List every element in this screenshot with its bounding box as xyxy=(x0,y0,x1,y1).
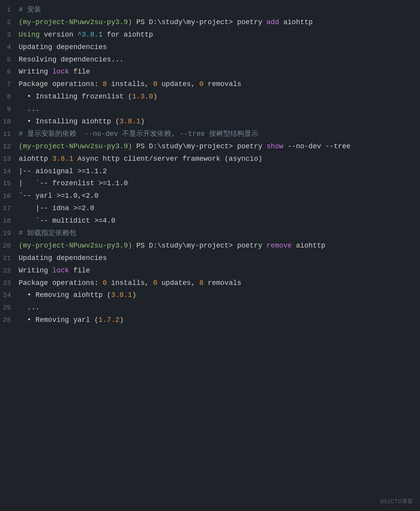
line-content: # 安装 xyxy=(19,5,420,16)
line-content: ... xyxy=(19,104,420,115)
line-content: |-- aiosignal >=1.1.2 xyxy=(19,166,420,177)
line-content: • Installing frozenlist (1.3.0) xyxy=(19,91,420,102)
line-number: 21 xyxy=(0,253,19,263)
code-line: 12(my-project-NPuwv2su-py3.9) PS D:\stud… xyxy=(0,140,420,153)
code-line: 22Writing lock file xyxy=(0,265,420,277)
line-number: 7 xyxy=(0,79,19,90)
code-line: 5Resolving dependencies... xyxy=(0,54,420,66)
line-number: 10 xyxy=(0,116,19,127)
line-number: 23 xyxy=(0,278,19,288)
line-content: Package operations: 8 installs, 0 update… xyxy=(19,79,420,90)
code-line: 2(my-project-NPuwv2su-py3.9) PS D:\study… xyxy=(0,16,420,29)
line-content: • Removing aiohttp (3.8.1) xyxy=(19,290,420,301)
code-line: 19# 卸载指定依赖包 xyxy=(0,227,420,240)
line-number: 20 xyxy=(0,241,19,251)
code-line: 21Updating dependencies xyxy=(0,252,420,265)
line-content: Using version ^3.8.1 for aiohttp xyxy=(19,30,420,40)
code-line: 1# 安装 xyxy=(0,4,420,16)
line-number: 6 xyxy=(0,67,19,77)
code-line: 4Updating dependencies xyxy=(0,41,420,54)
code-line: 9 ... xyxy=(0,103,420,116)
code-line: 25 ... xyxy=(0,302,420,314)
line-content: `-- multidict >=4.0 xyxy=(19,216,420,227)
code-line: 6Writing lock file xyxy=(0,66,420,78)
line-content: Resolving dependencies... xyxy=(19,54,420,65)
code-block: 1# 安装2(my-project-NPuwv2su-py3.9) PS D:\… xyxy=(0,0,420,330)
line-number: 17 xyxy=(0,203,19,214)
line-number: 18 xyxy=(0,216,19,226)
code-line: 17 |-- idna >=2.0 xyxy=(0,202,420,215)
code-line: 3Using version ^3.8.1 for aiohttp xyxy=(0,29,420,41)
line-number: 1 xyxy=(0,5,19,15)
line-number: 15 xyxy=(0,178,19,189)
code-line: 18 `-- multidict >=4.0 xyxy=(0,215,420,227)
line-content: Writing lock file xyxy=(19,67,420,77)
line-content: (my-project-NPuwv2su-py3.9) PS D:\study\… xyxy=(19,241,420,251)
line-number: 12 xyxy=(0,141,19,152)
code-line: 10 • Installing aiohttp (3.8.1) xyxy=(0,116,420,128)
line-number: 19 xyxy=(0,228,19,239)
line-content: Package operations: 0 installs, 0 update… xyxy=(19,278,420,289)
line-number: 24 xyxy=(0,290,19,300)
watermark: @51CTO博客 xyxy=(380,497,413,506)
line-number: 13 xyxy=(0,154,19,164)
code-line: 13aiohttp 3.8.1 Async http client/server… xyxy=(0,153,420,165)
line-content: • Removing yarl (1.7.2) xyxy=(19,315,420,326)
line-content: # 卸载指定依赖包 xyxy=(19,228,420,239)
code-line: 15| `-- frozenlist >=1.1.0 xyxy=(0,177,420,190)
line-content: Updating dependencies xyxy=(19,253,420,264)
line-content: | `-- frozenlist >=1.1.0 xyxy=(19,178,420,189)
line-number: 4 xyxy=(0,42,19,53)
line-content: |-- idna >=2.0 xyxy=(19,203,420,214)
code-line: 23Package operations: 0 installs, 0 upda… xyxy=(0,277,420,290)
code-line: 20(my-project-NPuwv2su-py3.9) PS D:\stud… xyxy=(0,240,420,252)
code-line: 8 • Installing frozenlist (1.3.0) xyxy=(0,91,420,103)
code-line: 26 • Removing yarl (1.7.2) xyxy=(0,314,420,327)
line-number: 2 xyxy=(0,17,19,28)
line-number: 25 xyxy=(0,302,19,313)
line-number: 5 xyxy=(0,54,19,65)
line-content: (my-project-NPuwv2su-py3.9) PS D:\study\… xyxy=(19,17,420,28)
line-number: 8 xyxy=(0,91,19,102)
line-number: 16 xyxy=(0,191,19,201)
code-line: 16`-- yarl >=1.0,<2.0 xyxy=(0,190,420,202)
line-number: 9 xyxy=(0,104,19,114)
code-line: 24 • Removing aiohttp (3.8.1) xyxy=(0,289,420,302)
line-number: 3 xyxy=(0,30,19,40)
code-line: 7Package operations: 8 installs, 0 updat… xyxy=(0,78,420,91)
line-content: # 显示安装的依赖 --no-dev 不显示开发依赖, --tree 按树型结构… xyxy=(19,129,420,140)
line-content: Updating dependencies xyxy=(19,42,420,53)
line-content: `-- yarl >=1.0,<2.0 xyxy=(19,191,420,202)
code-line: 11# 显示安装的依赖 --no-dev 不显示开发依赖, --tree 按树型… xyxy=(0,128,420,140)
line-number: 14 xyxy=(0,166,19,177)
code-line: 14|-- aiosignal >=1.1.2 xyxy=(0,165,420,178)
line-number: 26 xyxy=(0,315,19,325)
line-content: ... xyxy=(19,302,420,313)
line-content: aiohttp 3.8.1 Async http client/server f… xyxy=(19,154,420,165)
line-content: (my-project-NPuwv2su-py3.9) PS D:\study\… xyxy=(19,141,420,152)
line-content: Writing lock file xyxy=(19,265,420,276)
line-number: 22 xyxy=(0,265,19,276)
line-number: 11 xyxy=(0,129,19,139)
line-content: • Installing aiohttp (3.8.1) xyxy=(19,116,420,127)
